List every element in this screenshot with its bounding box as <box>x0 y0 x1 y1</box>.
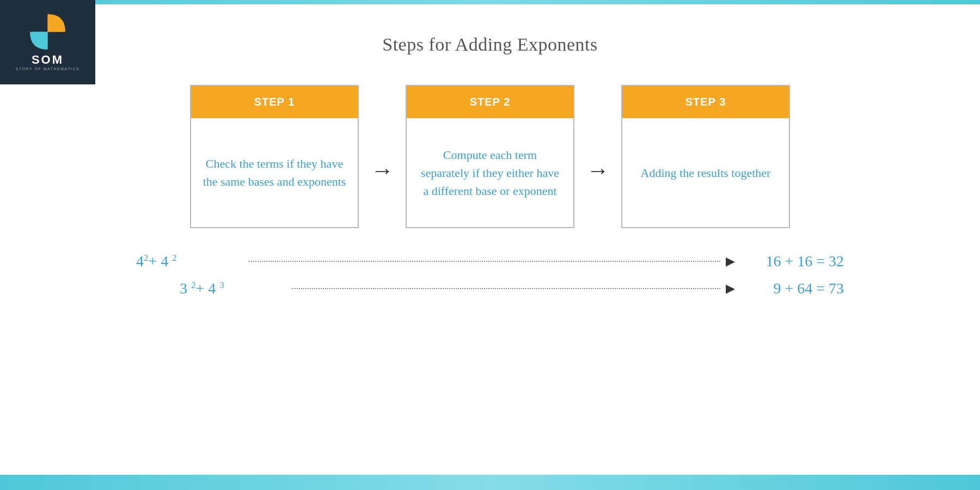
step-1-card: STEP 1 Check the terms if they have the … <box>190 85 359 228</box>
page-title: Steps for Adding Exponents <box>382 34 597 55</box>
main-content: Steps for Adding Exponents STEP 1 Check … <box>0 4 980 475</box>
example-2-result: 9 + 64 = 73 <box>735 280 844 297</box>
step-3-card: STEP 3 Adding the results together <box>621 85 790 228</box>
example-1-expr: 42+ 4 2 <box>136 253 245 270</box>
example-1-arrow: ▶ <box>726 254 735 268</box>
step-2-header: STEP 2 <box>407 86 573 118</box>
example-2-dotted-line <box>292 288 720 289</box>
examples-section: 42+ 4 2 ▶ 16 + 16 = 32 3 2+ 4 3 ▶ 9 + 64… <box>136 253 844 308</box>
arrow-1: → <box>371 159 394 182</box>
example-2-arrow: ▶ <box>726 281 735 296</box>
step-1-header: STEP 1 <box>191 86 358 118</box>
example-row-1: 42+ 4 2 ▶ 16 + 16 = 32 <box>136 253 844 270</box>
step-3-body: Adding the results together <box>622 118 789 227</box>
bottom-stripe <box>0 475 980 490</box>
example-2-expr: 3 2+ 4 3 <box>180 280 289 297</box>
arrow-2: → <box>586 159 609 182</box>
top-stripe <box>0 0 980 4</box>
step-2-body: Compute each term separately if they eit… <box>407 118 573 227</box>
step-2-card: STEP 2 Compute each term separately if t… <box>406 85 574 228</box>
step-3-header: STEP 3 <box>622 86 789 118</box>
steps-container: STEP 1 Check the terms if they have the … <box>190 85 790 228</box>
example-1-result: 16 + 16 = 32 <box>735 253 844 270</box>
step-1-body: Check the terms if they have the same ba… <box>191 118 358 227</box>
example-1-dotted-line <box>248 261 720 262</box>
example-row-2: 3 2+ 4 3 ▶ 9 + 64 = 73 <box>180 280 844 297</box>
